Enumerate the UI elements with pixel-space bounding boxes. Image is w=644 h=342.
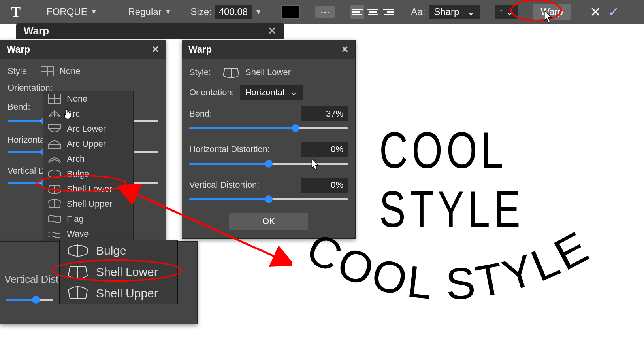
style-arc-lower-icon bbox=[48, 124, 61, 134]
style-option-wave[interactable]: Wave bbox=[43, 227, 133, 241]
style-option-label: Wave bbox=[67, 229, 89, 239]
style-option-shell-lower[interactable]: Shell Lower bbox=[60, 261, 177, 283]
style-shell-lower-icon bbox=[222, 66, 240, 79]
svg-marker-0 bbox=[544, 11, 552, 23]
preview-text-warped-content: COOL STYLE bbox=[299, 221, 599, 309]
panel-title-bar: Warp ✕ bbox=[0, 40, 166, 59]
ok-label: OK bbox=[262, 216, 275, 226]
v-distortion-slider[interactable] bbox=[189, 197, 348, 202]
style-none-icon bbox=[48, 94, 61, 104]
style-option-none[interactable]: None bbox=[43, 91, 133, 106]
preview-text-warped: COOL STYLE bbox=[284, 221, 632, 332]
h-distortion-value[interactable]: 0% bbox=[301, 142, 348, 157]
tab-title: Warp bbox=[24, 25, 49, 37]
bend-slider[interactable] bbox=[189, 125, 348, 131]
style-label: Style: bbox=[8, 66, 35, 76]
style-arc-upper-icon bbox=[48, 139, 61, 149]
chevron-down-icon: ▼ bbox=[165, 8, 172, 16]
style-option-shell-upper[interactable]: Shell Upper bbox=[43, 197, 133, 212]
font-style-dropdown[interactable]: Regular ▼ bbox=[128, 6, 172, 17]
style-arc-icon bbox=[48, 109, 61, 119]
style-option-shell-lower[interactable]: Shell Lower bbox=[43, 181, 133, 197]
chevron-down-icon: ⌄ bbox=[506, 6, 514, 17]
style-option-label: Arch bbox=[67, 154, 85, 164]
antialias-dropdown[interactable]: Sharp ⌄ bbox=[429, 5, 480, 19]
svg-rect-8 bbox=[49, 125, 60, 128]
style-shell-upper-icon bbox=[48, 199, 61, 209]
close-icon[interactable]: ✕ bbox=[341, 44, 349, 55]
chevron-down-icon[interactable]: ▼ bbox=[255, 8, 262, 16]
chevron-down-icon: ⌄ bbox=[290, 87, 297, 98]
chevron-down-icon: ▼ bbox=[90, 8, 98, 16]
font-size-group: Size: 400.08 ▼ bbox=[190, 5, 262, 19]
zoom-inset-list: Bulge Shell Lower Shell Upper bbox=[59, 240, 178, 304]
style-bulge-icon bbox=[67, 242, 89, 259]
orientation-value: Horizontal bbox=[245, 87, 284, 98]
style-option-flag[interactable]: Flag bbox=[43, 212, 133, 227]
style-option-arc-lower[interactable]: Arc Lower bbox=[43, 121, 133, 136]
h-distortion-label: Horizontal Distortion: bbox=[189, 144, 270, 155]
panel-title: Warp bbox=[188, 44, 212, 55]
type-tool-icon: T bbox=[8, 4, 24, 20]
style-option-label: Arc Lower bbox=[67, 124, 106, 134]
panel-title: Warp bbox=[7, 44, 30, 55]
text-direction-button[interactable]: ↑ ⌄ bbox=[495, 5, 518, 19]
text-color-swatch[interactable] bbox=[281, 5, 300, 19]
bend-label: Bend: bbox=[189, 109, 212, 119]
aa-value: Sharp bbox=[434, 6, 459, 17]
style-wave-icon bbox=[48, 229, 61, 239]
document-tab[interactable]: Warp ✕ bbox=[16, 23, 284, 39]
font-style-value: Regular bbox=[128, 6, 162, 17]
bend-value[interactable]: 37% bbox=[301, 106, 348, 121]
svg-marker-10 bbox=[312, 159, 318, 170]
close-icon[interactable]: ✕ bbox=[268, 25, 277, 37]
align-center-button[interactable] bbox=[366, 5, 380, 19]
cursor-icon bbox=[544, 11, 553, 22]
style-none-icon bbox=[41, 66, 54, 76]
font-family-dropdown[interactable]: FORQUE ▼ bbox=[47, 6, 98, 17]
style-option-label: Shell Lower bbox=[67, 184, 112, 194]
svg-text:COOL STYLE: COOL STYLE bbox=[299, 221, 599, 309]
style-option-label: Bulge bbox=[96, 244, 126, 257]
style-option-label: None bbox=[67, 94, 88, 104]
confirm-button[interactable]: ✓ bbox=[608, 4, 619, 20]
style-value[interactable]: None bbox=[60, 66, 81, 76]
style-option-label: Shell Lower bbox=[96, 265, 158, 279]
arrow-up-icon: ↑ bbox=[499, 6, 503, 17]
style-option-bulge[interactable]: Bulge bbox=[60, 240, 177, 261]
v-distortion-label: Vertical Distortion: bbox=[189, 180, 259, 190]
warp-panel-right: Warp ✕ Style: Shell Lower Orientation: H… bbox=[182, 40, 356, 239]
h-distortion-slider[interactable] bbox=[189, 161, 348, 166]
font-family-value: FORQUE bbox=[47, 6, 87, 17]
style-shell-lower-icon bbox=[67, 264, 89, 280]
align-right-button[interactable] bbox=[382, 5, 396, 19]
style-arch-icon bbox=[48, 154, 61, 164]
style-option-bulge[interactable]: Bulge bbox=[43, 166, 133, 181]
v-distortion-value[interactable]: 0% bbox=[301, 178, 348, 193]
style-shell-upper-icon bbox=[67, 285, 89, 302]
style-option-arc[interactable]: Arc bbox=[43, 106, 133, 121]
style-shell-lower-icon bbox=[48, 184, 61, 194]
style-option-arc-upper[interactable]: Arc Upper bbox=[43, 136, 133, 151]
aa-label: Aa: bbox=[411, 6, 425, 17]
font-size-input[interactable]: 400.08 bbox=[215, 5, 252, 19]
close-icon[interactable]: ✕ bbox=[151, 44, 159, 55]
more-options-button[interactable]: ··· bbox=[315, 6, 335, 18]
style-value[interactable]: Shell Lower bbox=[245, 67, 291, 77]
size-label: Size: bbox=[190, 6, 211, 17]
orientation-label: Orientation: bbox=[189, 87, 234, 98]
style-label: Style: bbox=[189, 67, 217, 77]
style-option-label: Bulge bbox=[67, 169, 89, 179]
align-left-button[interactable] bbox=[350, 5, 364, 19]
style-option-arch[interactable]: Arch bbox=[43, 151, 133, 166]
bg-slider bbox=[6, 297, 53, 302]
style-dropdown-list[interactable]: None Arc Arc Lower Arc Upper Arch Bulge … bbox=[43, 91, 134, 241]
orientation-dropdown[interactable]: Horizontal ⌄ bbox=[240, 85, 303, 100]
style-option-shell-upper[interactable]: Shell Upper bbox=[60, 283, 177, 304]
style-bulge-icon bbox=[48, 169, 61, 179]
style-flag-icon bbox=[48, 214, 61, 224]
panel-title-bar: Warp ✕ bbox=[182, 40, 355, 59]
style-option-label: Flag bbox=[67, 214, 84, 224]
cancel-button[interactable]: ✕ bbox=[590, 4, 601, 20]
antialias-group: Aa: Sharp ⌄ bbox=[411, 5, 480, 19]
